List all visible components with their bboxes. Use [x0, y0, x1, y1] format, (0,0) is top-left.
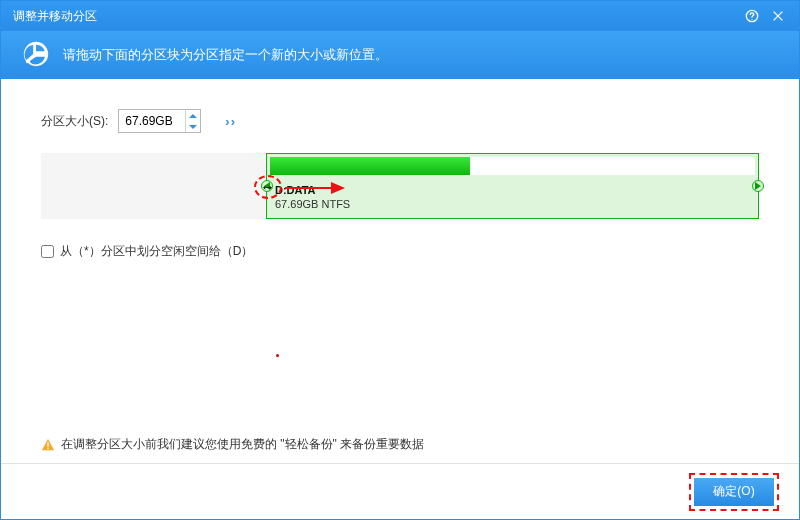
svg-rect-3 [47, 447, 48, 448]
size-spinbox[interactable] [118, 109, 201, 133]
expand-toggle[interactable]: ›› [225, 114, 236, 129]
partition-visualiser: D:DATA 67.69GB NTFS ↔ [41, 153, 759, 219]
spin-up-button[interactable] [186, 110, 200, 121]
ok-button[interactable]: 确定(O) [694, 478, 774, 506]
partition-block[interactable]: D:DATA 67.69GB NTFS [266, 153, 759, 219]
partition-right-grip[interactable] [752, 180, 764, 192]
partition-info: 67.69GB NTFS [275, 197, 350, 211]
partition-used-fill [270, 157, 470, 175]
grip-left-icon [264, 182, 270, 190]
help-icon [745, 9, 759, 23]
close-button[interactable] [765, 3, 791, 29]
warning-text: 在调整分区大小前我们建议您使用免费的 "轻松备份" 来备份重要数据 [61, 436, 424, 453]
partition-left-grip[interactable] [261, 180, 273, 192]
help-button[interactable] [739, 3, 765, 29]
spin-buttons [185, 110, 200, 132]
allocate-label: 从（*）分区中划分空闲空间给（D） [60, 243, 253, 260]
chevron-up-icon [189, 113, 197, 119]
grip-right-icon [755, 182, 761, 190]
warning-row: 在调整分区大小前我们建议您使用免费的 "轻松备份" 来备份重要数据 [41, 436, 759, 453]
ok-highlight-ring: 确定(O) [689, 473, 779, 511]
title-bar: 调整并移动分区 [1, 1, 799, 31]
svg-rect-2 [47, 442, 48, 446]
warning-icon [41, 438, 55, 452]
svg-point-1 [751, 19, 752, 20]
partition-header-icon [21, 39, 51, 72]
size-row: 分区大小(S): ›› [41, 109, 759, 133]
close-icon [771, 9, 785, 23]
size-label: 分区大小(S): [41, 113, 108, 130]
partition-label-group: D:DATA 67.69GB NTFS [275, 183, 350, 211]
content-area: 分区大小(S): ›› D:DATA 67.69GB NTFS [1, 79, 799, 463]
annotation-red-dot [276, 354, 279, 357]
size-input[interactable] [119, 110, 185, 132]
footer: 确定(O) [1, 463, 799, 519]
spin-down-button[interactable] [186, 121, 200, 132]
window-title: 调整并移动分区 [13, 8, 739, 25]
allocate-row: 从（*）分区中划分空闲空间给（D） [41, 243, 759, 260]
banner-description: 请拖动下面的分区块为分区指定一个新的大小或新位置。 [63, 46, 388, 64]
partition-free-fill [470, 157, 755, 175]
chevron-down-icon [189, 124, 197, 130]
header-banner: 请拖动下面的分区块为分区指定一个新的大小或新位置。 [1, 31, 799, 79]
partition-name: D:DATA [275, 183, 350, 197]
allocate-checkbox[interactable] [41, 245, 54, 258]
